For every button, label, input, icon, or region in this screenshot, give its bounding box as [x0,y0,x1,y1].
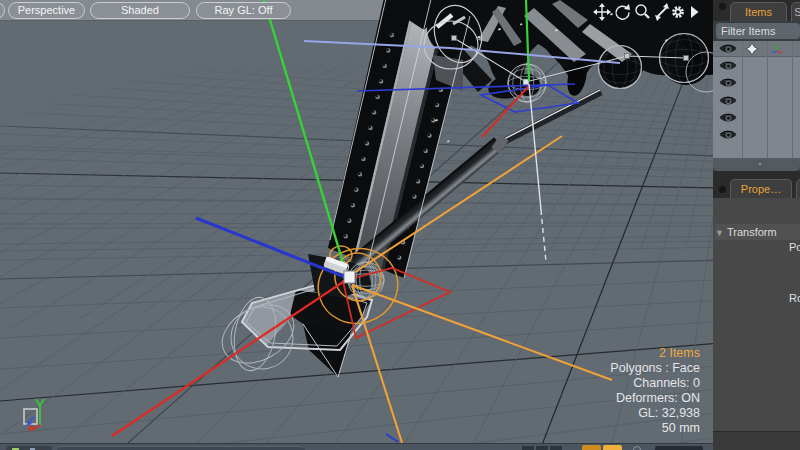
svg-text:2 Items: 2 Items [659,346,700,360]
svg-text:GL: 32,938: GL: 32,938 [638,406,700,420]
svg-text:Deformers: ON: Deformers: ON [616,391,700,405]
svg-text:50 mm: 50 mm [662,421,700,435]
svg-text:Channels: 0: Channels: 0 [633,376,700,390]
svg-text:Polygons : Face: Polygons : Face [610,361,700,375]
